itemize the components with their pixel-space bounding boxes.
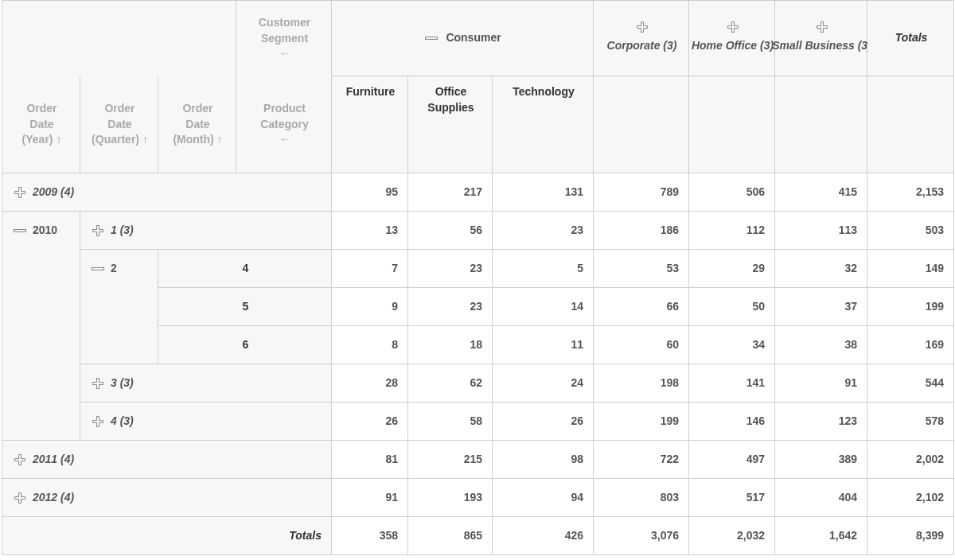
cell-value: 32 (775, 250, 867, 288)
row-month-4[interactable]: 4 (158, 250, 332, 288)
row-group-quarter-1[interactable]: 1 (3) (80, 212, 332, 250)
cell-value: 186 (594, 212, 689, 250)
header-row-1: Customer Segment← Consumer Corporate (3)… (2, 1, 953, 76)
cell-value: 53 (594, 250, 689, 288)
cell-total: 8,399 (867, 517, 954, 555)
table-row: 2012 (4) 91 193 94 803 517 404 2,102 (2, 479, 953, 517)
row-year-cont (2, 364, 80, 402)
table-row: 4 (3) 26 58 26 199 146 123 578 (2, 402, 953, 441)
plus-icon[interactable] (14, 188, 26, 197)
plus-icon[interactable] (14, 455, 26, 465)
cell-value: 11 (493, 326, 594, 364)
col-hdr-technology[interactable]: Technology (493, 76, 594, 173)
row-quarter-cont (80, 326, 158, 364)
cell-value: 13 (332, 212, 408, 250)
row-year-cont (2, 326, 80, 364)
row-hdr-order-year[interactable]: Order Date (Year) ↑ (2, 76, 80, 173)
cell-value: 91 (775, 364, 867, 402)
minus-icon[interactable] (14, 226, 26, 235)
row-group-year-2012[interactable]: 2012 (4) (2, 479, 332, 517)
row-group-year-2009[interactable]: 2009 (4) (2, 173, 332, 212)
cell-total: 426 (493, 517, 594, 555)
cell-value: 497 (689, 441, 775, 479)
cell-value: 5 (493, 250, 594, 288)
cell-value: 60 (594, 326, 689, 364)
cell-value: 91 (332, 479, 408, 517)
row-year-cont (2, 288, 80, 326)
cell-value: 112 (689, 212, 775, 250)
plus-icon[interactable] (92, 226, 104, 235)
col-hdr-office-supplies[interactable]: Office Supplies (408, 76, 493, 173)
col-hdr-home-office[interactable]: Home Office (3) (689, 1, 775, 76)
plus-icon[interactable] (92, 417, 104, 426)
row-month-6[interactable]: 6 (158, 326, 332, 364)
cell-value: 38 (775, 326, 867, 364)
col-hdr-customer-segment[interactable]: Customer Segment← (236, 1, 332, 76)
row-year-cont (2, 402, 80, 441)
cell-total: 3,076 (594, 517, 689, 555)
row-group-year-2011[interactable]: 2011 (4) (2, 441, 332, 479)
cell-value: 722 (594, 441, 689, 479)
cell-total: 1,642 (775, 517, 867, 555)
table-row: 2009 (4) 95 217 131 789 506 415 2,153 (2, 173, 953, 212)
cell-value: 9 (332, 288, 408, 326)
col-hdr-furniture[interactable]: Furniture (332, 76, 408, 173)
cell-value: 199 (867, 288, 954, 326)
svg-rect-1 (14, 230, 26, 232)
cell-value: 506 (689, 173, 775, 212)
cell-value: 81 (332, 441, 408, 479)
cell-value: 113 (775, 212, 867, 250)
cell-value: 149 (867, 250, 954, 288)
row-group-quarter-3[interactable]: 3 (3) (80, 364, 332, 402)
minus-icon[interactable] (92, 264, 104, 274)
col-group-consumer[interactable]: Consumer (332, 1, 594, 76)
cell-value: 503 (867, 212, 954, 250)
cell-value: 404 (775, 479, 867, 517)
row-year-cont (2, 250, 80, 288)
plus-icon[interactable] (816, 22, 828, 32)
row-totals: Totals 358 865 426 3,076 2,032 1,642 8,3… (2, 517, 953, 555)
cell-value: 94 (493, 479, 594, 517)
row-group-quarter-2[interactable]: 2 (80, 250, 158, 288)
cell-value: 24 (493, 364, 594, 402)
row-group-quarter-4[interactable]: 4 (3) (80, 402, 332, 441)
blank-home-office (689, 76, 775, 173)
row-month-5[interactable]: 5 (158, 288, 332, 326)
cell-value: 199 (594, 402, 689, 441)
cell-value: 50 (689, 288, 775, 326)
plus-icon[interactable] (727, 22, 739, 32)
cell-total: 358 (332, 517, 408, 555)
cell-value: 98 (493, 441, 594, 479)
cell-value: 23 (408, 288, 493, 326)
cell-value: 123 (775, 402, 867, 441)
row-quarter-cont (80, 288, 158, 326)
cell-value: 62 (408, 364, 493, 402)
cell-value: 517 (689, 479, 775, 517)
cell-total: 2,032 (689, 517, 775, 555)
cell-value: 14 (493, 288, 594, 326)
row-hdr-product-category[interactable]: Product Category← (236, 76, 332, 173)
table-row: 3 (3) 28 62 24 198 141 91 544 (2, 364, 953, 402)
row-group-year-2010[interactable]: 2010 (2, 212, 80, 250)
minus-icon[interactable] (425, 33, 438, 43)
row-hdr-order-month[interactable]: Order Date (Month) ↑ (158, 76, 236, 173)
pivot-grid: Customer Segment← Consumer Corporate (3)… (2, 0, 953, 555)
col-hdr-small-business[interactable]: Small Business (3) (775, 1, 867, 76)
cell-value: 95 (332, 173, 408, 212)
cell-value: 23 (408, 250, 493, 288)
cell-value: 389 (775, 441, 867, 479)
col-hdr-corporate[interactable]: Corporate (3) (594, 1, 689, 76)
cell-value: 37 (775, 288, 867, 326)
row-hdr-order-quarter[interactable]: Order Date (Quarter) ↑ (80, 76, 158, 173)
cell-value: 26 (493, 402, 594, 441)
cell-value: 58 (408, 402, 493, 441)
row-totals-label: Totals (2, 517, 332, 555)
plus-icon[interactable] (14, 493, 26, 503)
plus-icon[interactable] (636, 22, 649, 32)
plus-icon[interactable] (92, 379, 104, 388)
cell-value: 415 (775, 173, 867, 212)
cell-value: 169 (867, 326, 954, 364)
cell-value: 544 (867, 364, 954, 402)
cell-value: 141 (689, 364, 775, 402)
table-row: 2 4 7 23 5 53 29 32 149 (2, 250, 953, 288)
